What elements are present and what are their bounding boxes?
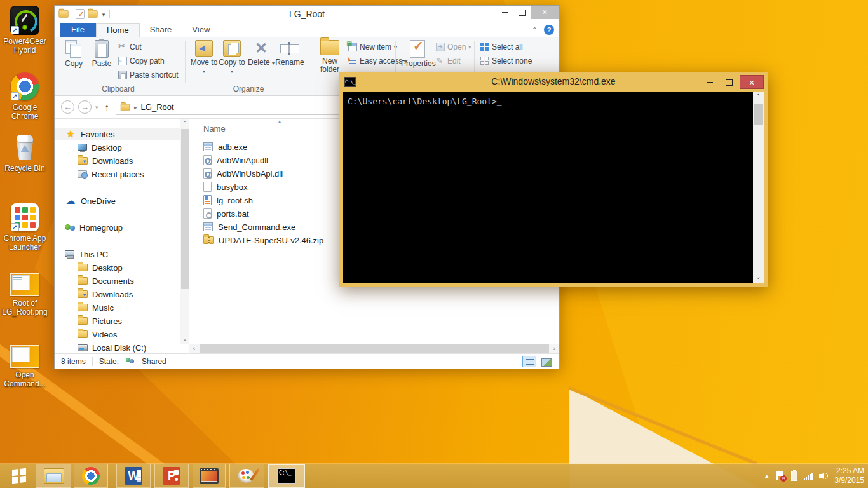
show-hidden-icons-chevron[interactable]: ▲ xyxy=(764,473,770,479)
file-row[interactable]: ports.bat xyxy=(203,207,249,220)
tab-home[interactable]: Home xyxy=(96,23,140,37)
nav-homegroup[interactable]: Homegroup xyxy=(55,221,180,234)
start-button[interactable] xyxy=(5,464,33,488)
help-icon[interactable]: ? xyxy=(544,25,554,35)
file-row[interactable]: UPDATE-SuperSU-v2.46.zip xyxy=(203,234,323,247)
select-none-button[interactable]: Select none xyxy=(480,57,532,65)
cmd-titlebar[interactable]: C:\_ C:\Windows\system32\cmd.exe xyxy=(339,72,768,92)
close-button[interactable] xyxy=(531,6,559,19)
word-icon: W xyxy=(125,467,142,485)
collapse-ribbon-icon[interactable]: ⌃ xyxy=(532,26,538,34)
nav-recent-places[interactable]: Recent places xyxy=(55,168,180,180)
console-output[interactable]: C:\Users\carl\Desktop\LG_Root>_ ⌃ ⌄ xyxy=(343,92,764,283)
action-center-flag-icon[interactable]: ✕ xyxy=(776,471,785,481)
scroll-up-icon[interactable]: ⌃ xyxy=(753,92,764,102)
desktop-icon-recycle-bin[interactable]: Recycle Bin xyxy=(0,132,50,173)
sort-ascending-icon[interactable]: ▲ xyxy=(277,119,282,125)
tab-share[interactable]: Share xyxy=(140,23,182,37)
star-icon: ★ xyxy=(65,130,76,139)
scroll-down-icon[interactable]: ⌄ xyxy=(180,334,189,344)
desktop-icon-power4gear[interactable]: ↗ Power4Gear Hybrid xyxy=(0,5,50,55)
scrollbar-thumb[interactable] xyxy=(754,104,763,125)
copy-path-button[interactable]: Copy path xyxy=(118,57,165,65)
rename-button[interactable]: Rename xyxy=(274,40,306,67)
new-item-button[interactable]: New item ▾ xyxy=(348,43,397,51)
delete-button[interactable]: Delete ▾ xyxy=(247,40,275,67)
desktop-icon-open-command[interactable]: Open Command... xyxy=(0,344,50,388)
file-row[interactable]: AdbWinApi.dll xyxy=(203,154,268,166)
windows-logo-icon xyxy=(12,468,26,484)
move-to-button[interactable]: Move to ▾ xyxy=(190,40,218,76)
nav-pc-pictures[interactable]: Pictures xyxy=(55,315,180,327)
maximize-button[interactable] xyxy=(513,6,531,19)
nav-pc-music[interactable]: Music xyxy=(55,301,180,314)
copy-button[interactable]: Copy xyxy=(60,40,88,68)
nav-pc-videos[interactable]: Videos xyxy=(55,328,180,341)
console-scrollbar[interactable]: ⌃ ⌄ xyxy=(753,92,764,283)
scroll-up-icon[interactable]: ⌃ xyxy=(180,119,189,128)
open-button[interactable]: Open ▾ xyxy=(436,43,471,51)
explorer-titlebar[interactable]: ▾ LG_Root xyxy=(55,6,559,22)
nav-vertical-scrollbar[interactable]: ⌃ ⌄ xyxy=(180,119,189,344)
folder-icon xyxy=(78,277,88,285)
cut-icon xyxy=(118,43,127,51)
column-header-name[interactable]: Name xyxy=(203,124,226,133)
maximize-button[interactable] xyxy=(721,75,737,89)
scrollbar-thumb[interactable] xyxy=(181,129,189,289)
shortcut-arrow-icon: ↗ xyxy=(11,223,19,231)
file-row[interactable]: busybox xyxy=(203,180,247,193)
close-button[interactable] xyxy=(740,75,764,89)
properties-button[interactable]: Properties xyxy=(401,40,434,68)
copy-to-icon xyxy=(223,40,241,57)
nav-pc-desktop[interactable]: Desktop xyxy=(55,261,180,274)
select-all-button[interactable]: Select all xyxy=(480,43,523,51)
taskbar-movie-maker[interactable] xyxy=(193,464,226,488)
easy-access-button[interactable]: Easy access ▾ xyxy=(348,57,407,65)
file-row[interactable]: AdbWinUsbApi.dll xyxy=(203,167,283,180)
details-view-button[interactable] xyxy=(522,356,536,367)
network-signal-icon[interactable] xyxy=(804,471,813,480)
taskbar-word[interactable]: W xyxy=(116,464,151,488)
taskbar-cmd[interactable]: C:\_ xyxy=(268,464,305,488)
taskbar-file-explorer[interactable] xyxy=(36,464,71,488)
recycle-bin-icon xyxy=(14,135,36,160)
forward-button[interactable]: → xyxy=(78,100,92,114)
file-row[interactable]: Send_Command.exe xyxy=(203,220,295,233)
taskbar-powerpoint[interactable]: P xyxy=(154,464,189,488)
new-folder-button[interactable]: New folder xyxy=(315,40,344,74)
scrollbar-thumb[interactable] xyxy=(200,344,549,354)
scroll-down-icon[interactable]: ⌄ xyxy=(753,272,764,283)
history-dropdown-icon[interactable]: ▾ xyxy=(95,104,98,111)
paste-button[interactable]: Paste xyxy=(88,40,116,68)
back-button[interactable]: ← xyxy=(61,100,74,114)
nav-local-disk[interactable]: Local Disk (C:) xyxy=(55,341,180,354)
nav-desktop[interactable]: Desktop xyxy=(55,141,180,154)
taskbar-paint[interactable] xyxy=(229,464,264,488)
edit-button[interactable]: Edit xyxy=(436,57,461,65)
nav-downloads[interactable]: Downloads xyxy=(55,154,180,167)
nav-pc-documents[interactable]: Documents xyxy=(55,274,180,287)
nav-favorites[interactable]: ★Favorites xyxy=(55,128,180,140)
paste-shortcut-button[interactable]: Paste shortcut xyxy=(118,71,179,79)
minimize-button[interactable] xyxy=(702,75,718,89)
taskbar-chrome[interactable] xyxy=(74,464,108,488)
nav-onedrive[interactable]: ☁OneDrive xyxy=(55,194,180,207)
nav-pc-downloads[interactable]: Downloads xyxy=(55,288,180,301)
copy-to-button[interactable]: Copy to ▾ xyxy=(218,40,246,76)
tab-view[interactable]: View xyxy=(182,23,220,37)
cut-button[interactable]: Cut xyxy=(118,43,142,51)
file-row[interactable]: lg_root.sh xyxy=(203,194,253,207)
desktop-icon-app-launcher[interactable]: ↗ Chrome App Launcher xyxy=(0,202,50,252)
large-icons-view-button[interactable] xyxy=(539,356,553,367)
tab-file[interactable]: File xyxy=(60,23,96,37)
volume-icon[interactable] xyxy=(819,471,828,480)
breadcrumb-location[interactable]: LG_Root xyxy=(141,102,174,112)
minimize-button[interactable] xyxy=(496,6,513,19)
up-button[interactable]: ↑ xyxy=(105,102,110,112)
desktop-icon-chrome[interactable]: ↗ Google Chrome xyxy=(0,71,50,121)
battery-icon[interactable] xyxy=(791,471,797,481)
desktop-icon-root-png[interactable]: Root of LG_Root.png xyxy=(0,272,50,316)
file-row[interactable]: adb.exe xyxy=(203,140,247,153)
nav-this-pc[interactable]: This PC xyxy=(55,248,180,261)
clock[interactable]: 2:25 AM 3/9/2015 xyxy=(834,466,864,485)
